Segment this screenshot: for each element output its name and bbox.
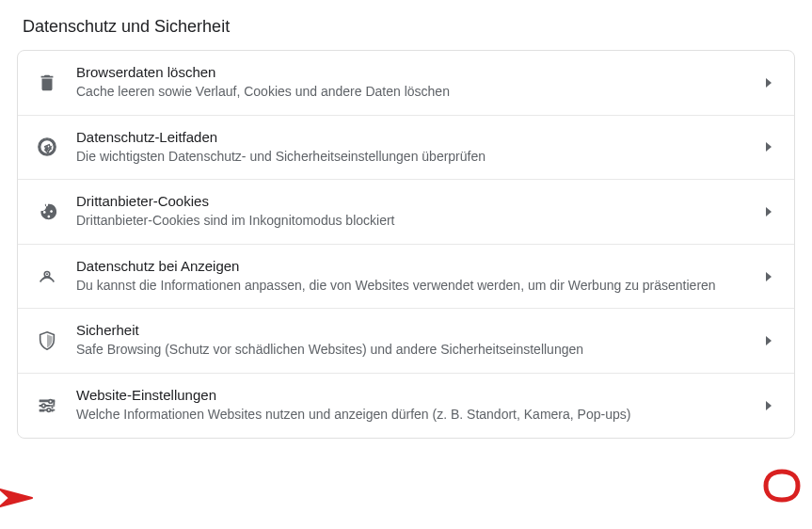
annotation-circle <box>762 468 802 504</box>
svg-point-3 <box>46 273 48 275</box>
svg-point-1 <box>46 146 48 148</box>
settings-row-privacy-guide[interactable]: Datenschutz-Leitfaden Die wichtigsten Da… <box>18 116 794 181</box>
row-text: Website-Einstellungen Welche Information… <box>76 387 766 425</box>
row-subtitle: Du kannst die Informationen anpassen, di… <box>76 277 747 296</box>
page-title: Datenschutz und Sicherheit <box>0 0 812 50</box>
row-subtitle: Cache leeren sowie Verlauf, Cookies und … <box>76 83 747 102</box>
compass-icon <box>37 136 57 157</box>
svg-point-4 <box>49 399 53 403</box>
row-title: Datenschutz-Leitfaden <box>76 129 747 145</box>
row-title: Browserdaten löschen <box>76 64 747 80</box>
row-subtitle: Die wichtigsten Datenschutz- und Sicherh… <box>76 148 747 167</box>
chevron-right-icon <box>766 336 772 345</box>
settings-row-third-party-cookies[interactable]: Drittanbieter-Cookies Drittanbieter-Cook… <box>18 180 794 245</box>
row-subtitle: Drittanbieter-Cookies sind im Inkognitom… <box>76 212 747 231</box>
chevron-right-icon <box>766 142 772 152</box>
row-text: Browserdaten löschen Cache leeren sowie … <box>76 64 766 102</box>
row-title: Sicherheit <box>76 322 747 338</box>
settings-row-security[interactable]: Sicherheit Safe Browsing (Schutz vor sch… <box>18 309 794 374</box>
eye-radar-icon <box>37 266 57 287</box>
chevron-right-icon <box>766 207 772 216</box>
annotation-arrow <box>0 484 38 512</box>
row-subtitle: Welche Informationen Websites nutzen und… <box>76 406 747 425</box>
sliders-icon <box>37 395 57 416</box>
settings-row-clear-data[interactable]: Browserdaten löschen Cache leeren sowie … <box>18 51 794 116</box>
row-title: Website-Einstellungen <box>76 387 747 403</box>
cookie-icon <box>37 201 57 222</box>
row-title: Drittanbieter-Cookies <box>76 193 747 209</box>
svg-point-5 <box>42 404 46 408</box>
row-text: Datenschutz-Leitfaden Die wichtigsten Da… <box>76 129 766 167</box>
svg-point-6 <box>47 409 51 412</box>
chevron-right-icon <box>766 401 772 410</box>
chevron-right-icon <box>766 272 772 281</box>
row-text: Drittanbieter-Cookies Drittanbieter-Cook… <box>76 193 766 231</box>
row-title: Datenschutz bei Anzeigen <box>76 258 747 274</box>
trash-icon <box>37 72 57 93</box>
row-subtitle: Safe Browsing (Schutz vor schädlichen We… <box>76 341 747 360</box>
row-text: Datenschutz bei Anzeigen Du kannst die I… <box>76 258 766 296</box>
chevron-right-icon <box>766 78 772 88</box>
settings-row-ad-privacy[interactable]: Datenschutz bei Anzeigen Du kannst die I… <box>18 245 794 310</box>
settings-card: Browserdaten löschen Cache leeren sowie … <box>17 50 795 439</box>
shield-icon <box>37 330 57 351</box>
row-text: Sicherheit Safe Browsing (Schutz vor sch… <box>76 322 766 360</box>
settings-row-site-settings[interactable]: Website-Einstellungen Welche Information… <box>18 374 794 438</box>
